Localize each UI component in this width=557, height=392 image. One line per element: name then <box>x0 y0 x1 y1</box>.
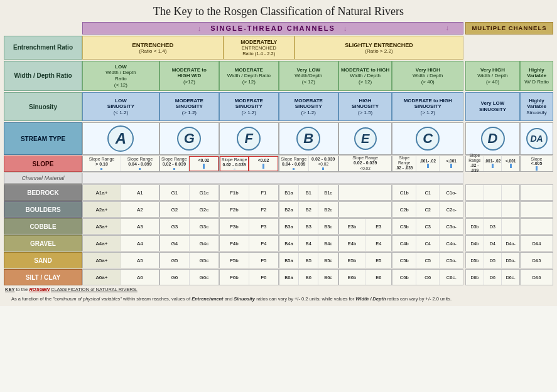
sand-row: SAND A5a+ A5 G5 G5c F5b F5 B5a B5 B5c E5… <box>4 252 553 268</box>
boulders-row: BOULDERS A2a+ A2 G2 G2c F2b F2 B2a B2 B2… <box>4 201 553 218</box>
sin-d: Very LOW SINUOSITY <box>465 92 520 121</box>
stream-letter-B: B <box>296 127 320 151</box>
stream-letter-E: E <box>354 127 377 150</box>
stream-letter-DA: DA <box>526 128 548 149</box>
sin-e: HIGH SINUOSITY (> 1.5) <box>338 92 392 121</box>
mod-entrenched-box: MODERATELY ENTRENCHED Ratio (1.4 - 2.2) <box>224 36 295 60</box>
stream-col-D: D <box>465 122 520 155</box>
page: The Key to the Rosgen Classification of … <box>0 0 557 306</box>
wd-f: MODERATE Width / Depth Ratio (> 12) <box>219 61 279 91</box>
stream-type-label: STREAM TYPE <box>4 122 82 155</box>
slope-B: Slope Range 0.04 - 0.099 0.02 - 0.039 <0… <box>279 156 338 172</box>
stream-letter-D: D <box>481 127 505 151</box>
wd-c: Very HIGH Width / Depth (> 40) <box>392 61 463 91</box>
channel-material-label: Channel Material <box>4 172 82 184</box>
slope-A: Slope Range > 0.10 Slope Range 0.04 - 0.… <box>82 156 160 172</box>
wd-b: Very LOW Width/Depth (< 12) <box>279 61 338 91</box>
slope-label: SLOPE <box>4 156 82 172</box>
footer: KEY to the ROSGEN CLASSIFICATION of NATU… <box>4 287 553 302</box>
sin-f: MODERATE SINUOSITY (> 1.2) <box>219 92 279 121</box>
stream-col-E: E <box>338 122 392 155</box>
wd-da: Highly Variable W/ D Ratio <box>520 61 553 91</box>
stream-col-G: G <box>160 122 219 155</box>
sin-b: MODERATE SINUOSITY (> 1.2) <box>279 92 338 121</box>
siltclay-row: SILT / CLAY A6a+ A6 G6 G6c F6b F6 B6a B6… <box>4 269 553 285</box>
slightly-entrenched-box: SLIGHTLY ENTRENCHED (Ratio > 2.2) <box>295 36 463 60</box>
page-title: The Key to the Rosgen Classification of … <box>4 5 553 18</box>
stream-col-B: B <box>279 122 338 155</box>
stream-col-DA: DA <box>520 122 553 155</box>
multiple-channels-header: MULTIPLE CHANNELS <box>465 22 553 34</box>
stream-letter-G: G <box>177 127 201 151</box>
slope-G: Slope Range 0.02 - 0.039 <0.02 <box>160 156 219 172</box>
sin-c: MODERATE to HIGH SINUOSITY (> 1.2) <box>392 92 463 121</box>
slope-D: Slope Range .02 - .039 .001- .02 <.001 <box>465 156 520 172</box>
slope-DA: Slope <.005 <box>520 156 553 172</box>
stream-col-C: C <box>392 122 463 155</box>
stream-letter-A: A <box>107 125 134 152</box>
single-thread-header: ↓ SINGLE-THREAD CHANNELS ↓ ↓ <box>82 22 463 34</box>
sin-g: MODERATE SINUOSITY (> 1.2) <box>160 92 219 121</box>
wd-e: MODERATE to HIGH Width / Depth (> 12) <box>338 61 392 91</box>
stream-col-A: A <box>82 122 160 155</box>
sinuosity-label: Sinuosity <box>4 92 82 121</box>
sin-da: Highly Variable Sinuosity <box>520 92 553 121</box>
cobble-row: COBBLE A3a+ A3 G3 G3c F3b F3 B3a B3 B3c … <box>4 218 553 235</box>
sin-a: LOW SINUOSITY (< 1.2) <box>82 92 160 121</box>
bedrock-row: BEDROCK A1a+ A1 G1 G1c F1b F1 B1a B1 B1c… <box>4 184 553 201</box>
wd-g: MODERATE to HIGH W/D (>12) <box>160 61 219 91</box>
slope-E: Slope Range 0.02 - 0.039 <0.02 <box>338 156 392 172</box>
width-depth-label: Width / Depth Ratio <box>4 61 82 91</box>
wd-a: LOW Width / Depth Ratio (< 12) <box>82 61 160 91</box>
stream-letter-F: F <box>237 127 261 151</box>
wd-d: Very HIGH Width / Depth (> 40) <box>465 61 520 91</box>
entrenched-box: ENTRENCHED (Ratio < 1.4) <box>82 36 224 60</box>
stream-letter-C: C <box>416 127 440 151</box>
gravel-row: GRAVEL A4a+ A4 G4 G4c F4b F4 B4a B4 B4c … <box>4 235 553 252</box>
entrenchment-label: Entrenchment Ratio <box>4 36 82 60</box>
slope-C: Slope Range .02 - .039 .001- .02 <.001 <box>392 156 463 172</box>
stream-col-F: F <box>219 122 279 155</box>
slope-F: Slope Range 0.02 - 0.039 <0.02 <box>219 156 279 172</box>
